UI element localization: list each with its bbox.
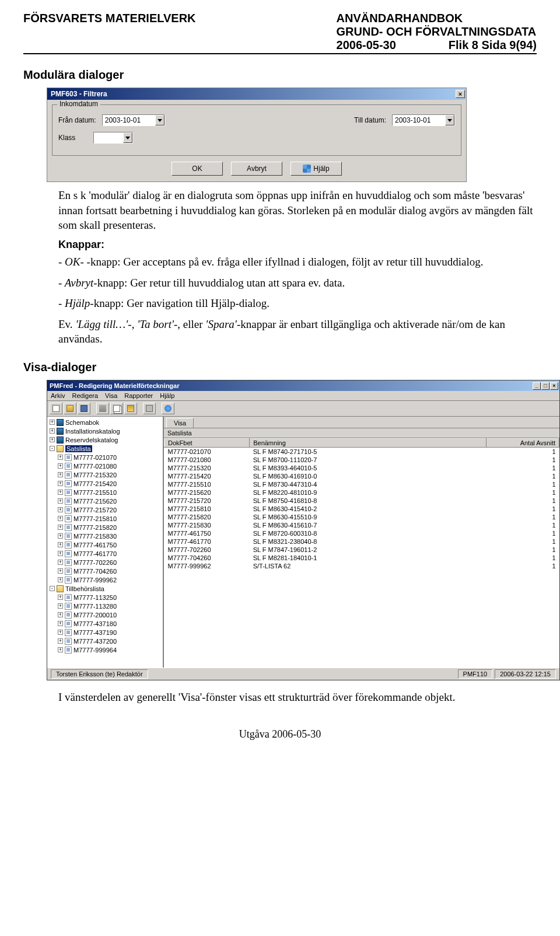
to-date-dropdown[interactable] [445, 115, 454, 125]
tree-node[interactable]: +M7777-461750 [47, 540, 163, 549]
tree-node[interactable]: +M7777-999964 [47, 645, 163, 654]
tree-node[interactable]: +M7777-461770 [47, 549, 163, 558]
cancel-button[interactable]: Avbryt [231, 162, 282, 176]
expand-icon[interactable]: + [58, 595, 63, 600]
expand-icon[interactable]: + [50, 420, 55, 425]
table-row[interactable]: M7777-021080SL F M8700-111020-71 [164, 456, 559, 464]
tb-help-button[interactable] [162, 403, 174, 414]
tb-open-button[interactable] [64, 403, 76, 414]
table-row[interactable]: M7777-215420SL F M8630-416910-01 [164, 472, 559, 480]
from-date-dropdown[interactable] [155, 115, 164, 125]
to-date-input[interactable] [393, 115, 445, 125]
expand-icon[interactable]: + [58, 472, 63, 477]
tree-node[interactable]: +M7777-215510 [47, 488, 163, 497]
to-date-combo[interactable] [392, 114, 455, 126]
table-row[interactable]: M7777-461770SL F M8321-238040-81 [164, 537, 559, 546]
expand-icon[interactable]: + [58, 568, 63, 574]
expand-icon[interactable]: + [58, 621, 63, 626]
tree-node[interactable]: +M7777-215320 [47, 470, 163, 479]
expand-icon[interactable]: + [58, 490, 63, 495]
tree-node[interactable]: +M7777-437180 [47, 619, 163, 628]
tree-node[interactable]: +Schemabok [47, 418, 163, 427]
from-date-input[interactable] [103, 115, 155, 125]
menu-visa[interactable]: Visa [105, 392, 117, 399]
expand-icon[interactable]: + [58, 560, 63, 565]
table-row[interactable]: M7777-215320SL F M8393-464010-51 [164, 464, 559, 472]
table-row[interactable]: M7777-215720SL F M8750-416810-81 [164, 497, 559, 505]
expand-icon[interactable]: + [58, 525, 63, 530]
collapse-icon[interactable]: - [50, 586, 55, 591]
expand-icon[interactable]: + [58, 647, 63, 652]
expand-icon[interactable]: + [58, 507, 63, 512]
col-header[interactable]: Antal Avsnitt [487, 439, 559, 448]
expand-icon[interactable]: + [58, 551, 63, 556]
expand-icon[interactable]: + [58, 630, 63, 635]
collapse-icon[interactable]: - [50, 446, 55, 451]
table-row[interactable]: M7777-215620SL F M8220-481010-91 [164, 488, 559, 497]
close-button[interactable]: × [456, 90, 465, 98]
tree-node[interactable]: +M7777-999962 [47, 575, 163, 584]
tree-node[interactable]: +M7777-437200 [47, 637, 163, 645]
tree-node[interactable]: +M7777-215810 [47, 514, 163, 523]
tree-node[interactable]: +M7777-021070 [47, 453, 163, 462]
col-header[interactable]: Benämning [250, 439, 487, 448]
expand-icon[interactable]: + [58, 577, 63, 582]
tree-node[interactable]: +M7777-215620 [47, 497, 163, 505]
expand-icon[interactable]: + [58, 603, 63, 609]
expand-icon[interactable]: + [50, 437, 55, 442]
tree-node[interactable]: -Satslista [47, 444, 163, 453]
tb-copy-button[interactable] [110, 403, 123, 414]
klass-input[interactable] [94, 132, 123, 143]
klass-dropdown[interactable] [123, 132, 132, 143]
tree-node[interactable]: +Installationskatalog [47, 427, 163, 435]
close-button[interactable]: × [550, 382, 558, 390]
app-titlebar[interactable]: PMFred - Redigering Materielförteckninga… [47, 380, 559, 391]
tb-paste-button[interactable] [124, 403, 137, 414]
menu-hjälp[interactable]: Hjälp [160, 392, 174, 399]
table-row[interactable]: M7777-999962S/T-LISTA 621 [164, 562, 559, 570]
tb-save-button[interactable] [78, 403, 90, 414]
from-date-combo[interactable] [102, 114, 165, 126]
table-row[interactable]: M7777-704260SL F M8281-184010-11 [164, 554, 559, 562]
tb-print-button[interactable] [143, 403, 156, 414]
table-row[interactable]: M7777-461750SL F M8720-600310-81 [164, 529, 559, 537]
expand-icon[interactable]: + [58, 455, 63, 460]
table-row[interactable]: M7777-702260SL F M7847-196011-21 [164, 546, 559, 554]
tree-pane[interactable]: +Schemabok+Installationskatalog+Reservde… [47, 417, 164, 668]
tree-node[interactable]: +M7777-215820 [47, 523, 163, 532]
col-header[interactable]: DokFbet [164, 439, 250, 448]
expand-icon[interactable]: + [58, 533, 63, 539]
table-row[interactable]: M7777-215510SL F M8730-447310-41 [164, 480, 559, 488]
maximize-button[interactable]: □ [541, 382, 550, 390]
minimize-button[interactable]: _ [533, 382, 541, 390]
expand-icon[interactable]: + [58, 516, 63, 521]
tab-visa[interactable]: Visa [166, 418, 194, 428]
help-button[interactable]: Hjälp [290, 162, 342, 176]
tree-node[interactable]: +M7777-437190 [47, 628, 163, 637]
menu-rapporter[interactable]: Rapporter [124, 392, 153, 399]
tree-node[interactable]: +M7777-704260 [47, 567, 163, 575]
tree-node[interactable]: +M7777-113280 [47, 602, 163, 610]
expand-icon[interactable]: + [58, 463, 63, 469]
tree-node[interactable]: +M7777-200010 [47, 610, 163, 619]
table-row[interactable]: M7777-215810SL F M8630-415410-21 [164, 505, 559, 513]
table-container[interactable]: DokFbetBenämningAntal Avsnitt M7777-0210… [164, 438, 559, 668]
tree-node[interactable]: +M7777-113250 [47, 593, 163, 602]
tree-node[interactable]: +M7777-021080 [47, 462, 163, 470]
tb-cut-button[interactable] [96, 403, 109, 414]
table-row[interactable]: M7777-215830SL F M8630-415610-71 [164, 521, 559, 529]
menu-arkiv[interactable]: Arkiv [51, 392, 65, 399]
expand-icon[interactable]: + [58, 481, 63, 486]
expand-icon[interactable]: + [58, 542, 63, 547]
expand-icon[interactable]: + [58, 612, 63, 617]
expand-icon[interactable]: + [58, 498, 63, 504]
klass-combo[interactable] [93, 132, 133, 144]
table-row[interactable]: M7777-215820SL F M8630-415510-91 [164, 513, 559, 521]
expand-icon[interactable]: + [58, 638, 63, 644]
tree-node[interactable]: +M7777-215420 [47, 479, 163, 488]
tree-node[interactable]: +M7777-215830 [47, 532, 163, 540]
tree-node[interactable]: -Tillbehörslista [47, 584, 163, 593]
expand-icon[interactable]: + [50, 428, 55, 434]
tb-new-button[interactable] [50, 403, 62, 414]
tree-node[interactable]: +M7777-702260 [47, 558, 163, 567]
